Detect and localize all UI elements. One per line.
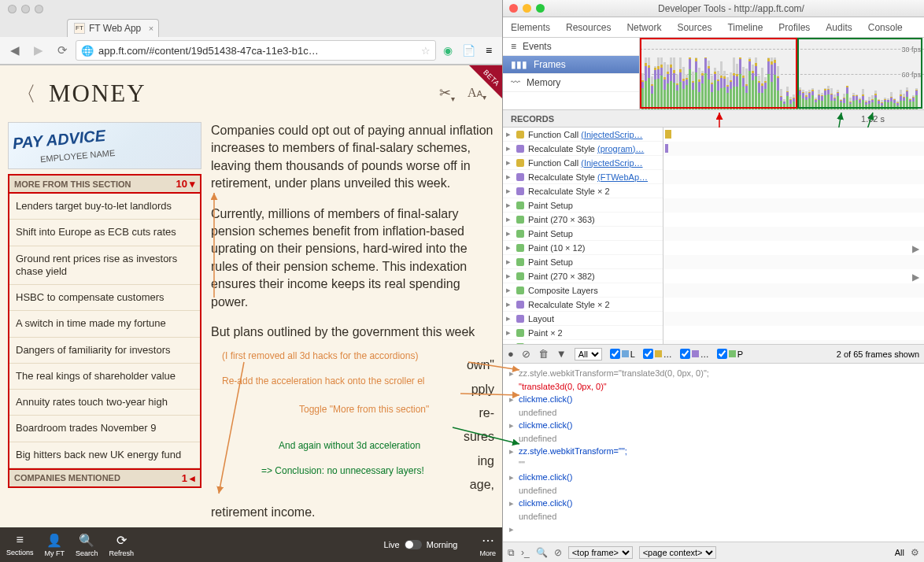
list-item[interactable]: HSBC to compensate customers [9,285,200,311]
article-body: Companies could opt out of paying annual… [211,122,494,562]
minimize-light[interactable] [21,5,30,13]
tab-audits[interactable]: Audits [818,17,859,37]
clear-console[interactable]: ⊘ [554,547,562,558]
painting-check[interactable]: P [717,349,743,359]
console-output[interactable]: ▸zz.style.webkitTransform="translate3d(0… [503,364,924,542]
live-toggle[interactable]: LiveMorning [384,540,458,549]
search-icon[interactable]: 🔍 [536,547,548,558]
forward-button[interactable]: ▶ [28,40,49,61]
companies-count: 1 [182,472,187,484]
toggle-switch[interactable] [405,540,422,549]
search-button[interactable]: 🔍Search [76,533,98,557]
back-arrow-icon[interactable]: 〈 [16,80,36,108]
records-pane: ▸Function Call (InjectedScrip…▸Recalcula… [503,128,924,345]
zoom-light[interactable] [536,4,545,13]
address-bar[interactable]: 🌐 app.ft.com/#content/19d51438-47ca-11e3… [76,40,436,61]
rendering-check[interactable]: … [680,349,709,359]
timeline-frames[interactable]: ▮▮▮Frames [503,56,639,74]
zoom-light[interactable] [35,5,43,13]
records-header: RECORDS 1.02 s [503,110,924,128]
trash-button[interactable]: 🗑 [538,348,549,360]
close-tab-icon[interactable]: × [149,24,153,33]
tab-timeline[interactable]: Timeline [719,17,771,37]
record-button[interactable]: ● [508,348,514,360]
companies-section-header[interactable]: COMPANIES MENTIONED 1◂ [8,468,201,488]
record-row[interactable]: ▸Recalculate Style × 2 [503,298,663,312]
more-section-label: MORE FROM THIS SECTION [14,179,131,189]
list-item[interactable]: Boardroom trades November 9 [9,416,200,442]
gear-icon[interactable]: ⚙ [911,547,919,558]
tab-sources[interactable]: Sources [669,17,719,37]
record-row[interactable]: ▸Recalculate Style (FTWebAp… [503,170,663,184]
list-item[interactable]: Dangers of familiarity for investors [9,338,200,364]
record-row[interactable]: ▸Recalculate Style × 2 [503,184,663,198]
record-row[interactable]: ▸Layout [503,312,663,326]
more-button[interactable]: ⋯More [479,533,496,557]
record-row[interactable]: ▸Paint (270 × 363) [503,213,663,227]
window-title: Developer Tools - http://app.ft.com/ [545,3,918,14]
filter-all[interactable]: All [895,548,904,557]
more-section-header[interactable]: MORE FROM THIS SECTION 10▾ [8,174,201,194]
bookmark-icon[interactable]: ☆ [421,45,431,57]
tab-network[interactable]: Network [619,17,669,37]
list-item[interactable]: Shift into Europe as ECB cuts rates [9,220,200,246]
records-waterfall[interactable]: ▶ ▶ [663,128,924,344]
record-row[interactable]: ▸Paint × 2 [503,326,663,340]
scripting-check[interactable]: … [643,349,672,359]
record-row[interactable]: ▸Paint (10 × 12) [503,241,663,255]
record-row[interactable]: ▸Composite Layers [503,283,663,298]
tab-elements[interactable]: Elements [503,17,558,37]
browser-tab[interactable]: FT FT Web App × [67,19,159,37]
much-better-box [797,38,922,109]
record-row[interactable]: ▸Paint Setup [503,198,663,213]
clear-button[interactable]: ⊘ [522,348,530,360]
records-list[interactable]: ▸Function Call (InjectedScrip…▸Recalcula… [503,128,663,344]
tab-profiles[interactable]: Profiles [771,17,818,37]
record-row[interactable]: ▸Recalculate Style (program)… [503,142,663,156]
record-row[interactable]: ▸Paint Setup [503,255,663,269]
context-select[interactable]: <page context> [639,546,716,559]
nav-row: ◀ ▶ ⟳ 🌐 app.ft.com/#content/19d51438-47c… [0,37,502,65]
list-item[interactable]: A switch in time made my fortune [9,311,200,337]
minimize-light[interactable] [523,4,531,13]
filter-select[interactable]: All [575,348,602,360]
tab-bar: FT FT Web App × [0,15,502,37]
close-light[interactable] [509,4,518,13]
list-item[interactable]: Ground rent prices rise as investors cha… [9,246,200,286]
timeline-memory[interactable]: 〰Memory [503,74,639,92]
reload-button[interactable]: ⟳ [52,40,72,61]
record-row[interactable]: ▸Function Call (InjectedScrip… [503,156,663,170]
list-item[interactable]: The real kings of shareholder value [9,364,200,390]
myft-button[interactable]: 👤My FT [45,533,65,557]
refresh-button[interactable]: ⟳Refresh [109,533,135,557]
paragraph: But plans outlined by the government thi… [211,324,494,341]
record-row[interactable]: ▸Paint Setup [503,227,663,241]
back-button[interactable]: ◀ [5,40,25,61]
record-row[interactable]: ▸Function Call (InjectedScrip… [503,128,663,142]
clip-icon[interactable]: ✂▾ [439,84,455,103]
globe-icon: 🌐 [81,45,94,57]
list-item[interactable]: Big hitters back new UK energy fund [9,442,200,468]
extension-icon-1[interactable]: ◉ [439,42,456,59]
tab-console[interactable]: Console [860,17,911,37]
annotation: => Conclusion: no unnecessary layers! [261,465,424,476]
list-item[interactable]: Lenders target buy-to-let landlords [9,194,200,220]
close-light[interactable] [8,5,17,13]
loading-check[interactable]: L [610,349,635,359]
devtools-footer: ⧉ ›_ 🔍 ⊘ <top frame> <page context> All … [503,542,924,562]
filter-button[interactable]: ▼ [556,348,567,360]
timeline-events[interactable]: ≡Events [503,38,639,56]
record-row[interactable]: ▸Paint (270 × 382) [503,269,663,283]
timeline-chart[interactable]: 30 fps 60 fps [640,38,924,109]
menu-icon[interactable]: ≡ [480,42,497,59]
more-section-list: Lenders target buy-to-let landlords Shif… [8,194,201,468]
sections-button[interactable]: ≡Sections [6,533,34,556]
extension-icon-2[interactable]: 📄 [460,42,477,59]
devtools-tabs: Elements Resources Network Sources Timel… [503,17,924,38]
tab-resources[interactable]: Resources [558,17,619,37]
dock-button[interactable]: ⧉ [508,547,515,558]
paragraph: retirement income. [211,504,494,521]
console-toggle[interactable]: ›_ [521,547,530,558]
list-item[interactable]: Annuity rates touch two-year high [9,390,200,416]
frame-select[interactable]: <top frame> [568,546,633,559]
